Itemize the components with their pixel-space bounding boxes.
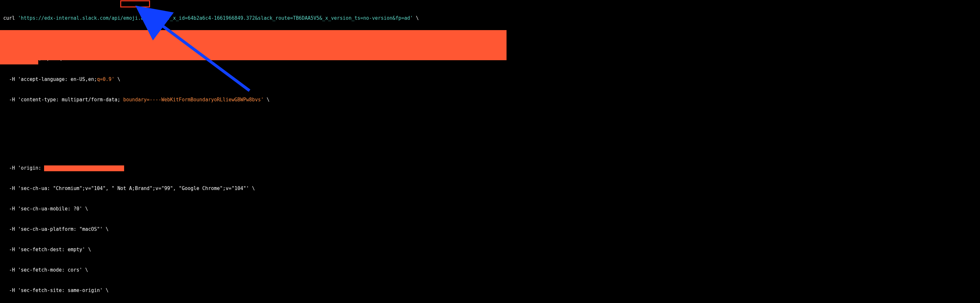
accept-lang-orange: q=0.9'	[97, 76, 115, 82]
origin-pre: -H 'origin:	[3, 165, 44, 171]
accept-lang-white: -H 'accept-language: en-US,en;	[3, 76, 97, 82]
header-sec-fetch-site: -H 'sec-fetch-site: same-origin' \	[3, 287, 977, 294]
content-type-cont: \	[264, 97, 270, 103]
accept-lang-cont: \	[115, 76, 120, 82]
curl-url-highlight: adminList?	[141, 15, 170, 21]
header-sec-ch-ua: -H 'sec-ch-ua: "Chromium";v="104", " Not…	[3, 185, 977, 192]
header-sec-fetch-dest: -H 'sec-fetch-dest: empty' \	[3, 246, 977, 253]
content-type-orange: boundary=----WebKitFormBoundaryoRLliewGB…	[123, 97, 264, 103]
spacer-redacted	[3, 117, 977, 151]
curl-url-pre: 'https://edx-internal.slack.com/api/emoj…	[18, 15, 141, 21]
header-content-type: -H 'content-type: multipart/form-data; b…	[3, 97, 977, 103]
curl-cmd: curl	[3, 15, 18, 21]
curl-url-post: _x_id=64b2a6c4-1661966849.372&slack_rout…	[170, 15, 413, 21]
content-type-white: -H 'content-type: multipart/form-data;	[3, 97, 123, 103]
header-sec-fetch-mode: -H 'sec-fetch-mode: cors' \	[3, 267, 977, 274]
header-sec-ch-ua-platform: -H 'sec-ch-ua-platform: "macOS"' \	[3, 226, 977, 233]
redact-large-block2	[0, 60, 38, 64]
header-origin: -H 'origin:	[3, 165, 977, 171]
curl-line: curl 'https://edx-internal.slack.com/api…	[3, 15, 977, 22]
header-sec-ch-ua-mobile: -H 'sec-ch-ua-mobile: ?0' \	[3, 206, 977, 213]
header-accept-lang: -H 'accept-language: en-US,en;q=0.9' \	[3, 76, 977, 83]
curl-cont: \	[413, 15, 419, 21]
redact-large-block	[0, 30, 506, 60]
redact-origin	[44, 165, 124, 171]
